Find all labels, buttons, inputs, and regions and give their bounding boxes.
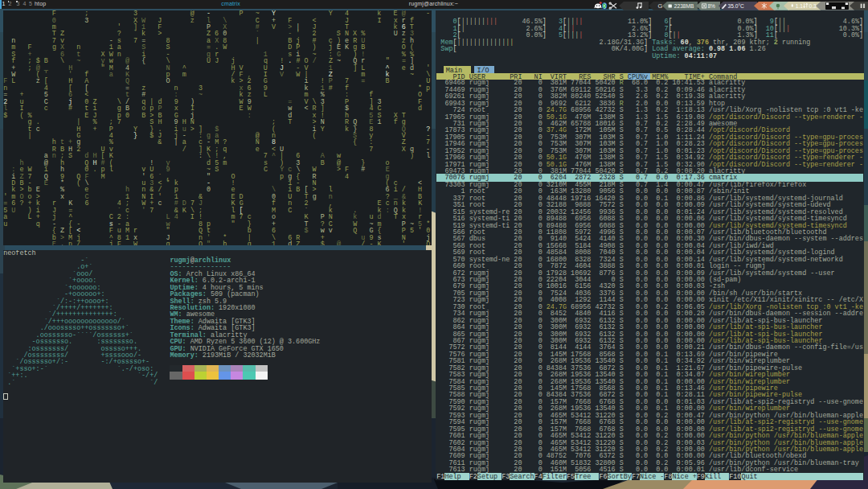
svg-text:G: G	[658, 2, 663, 10]
svg-text:35.0°C: 35.0°C	[728, 3, 744, 9]
svg-text:0.3: 0.3	[809, 3, 817, 9]
svg-text:2238MB: 2238MB	[674, 3, 694, 9]
svg-text:1.1: 1.1	[796, 3, 803, 9]
svg-text:8%: 8%	[707, 3, 715, 9]
